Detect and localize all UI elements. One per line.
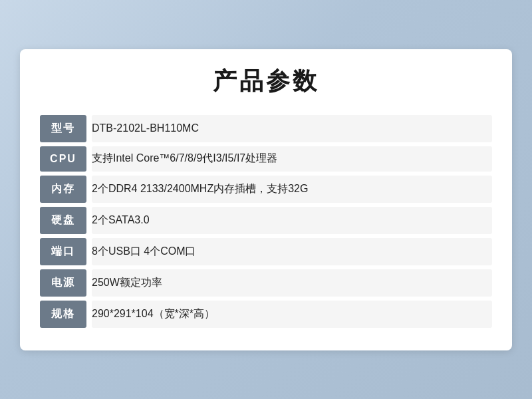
spec-table: 型号 DTB-2102L-BH110MCCPU支持Intel Core™6/7/…	[40, 111, 492, 332]
spec-label-cell: 内存	[40, 176, 86, 203]
spec-label: 型号	[40, 115, 86, 142]
table-row: 电源250W额定功率	[40, 269, 492, 297]
spec-value: 8个USB口 4个COM口	[92, 238, 492, 265]
spacer	[86, 301, 92, 328]
spacer	[86, 115, 92, 142]
spec-label-cell: 规格	[40, 301, 86, 328]
page-title: 产品参数	[40, 65, 492, 98]
table-row: 内存2个DDR4 2133/2400MHZ内存插槽，支持32G	[40, 176, 492, 203]
spec-value: 2个DDR4 2133/2400MHZ内存插槽，支持32G	[92, 176, 492, 203]
product-specs-card: 产品参数 型号 DTB-2102L-BH110MCCPU支持Intel Core…	[20, 49, 512, 350]
spacer	[86, 176, 92, 203]
table-row: CPU支持Intel Core™6/7/8/9代I3/I5/I7处理器	[40, 146, 492, 172]
spec-label-cell: CPU	[40, 146, 86, 172]
spacer	[86, 238, 92, 265]
spec-label-cell: 型号	[40, 115, 86, 142]
spec-label: 电源	[40, 269, 86, 297]
spacer	[86, 146, 92, 172]
spec-label: 硬盘	[40, 207, 86, 234]
table-row: 型号 DTB-2102L-BH110MC	[40, 115, 492, 142]
table-row: 端口8个USB口 4个COM口	[40, 238, 492, 265]
spec-value: DTB-2102L-BH110MC	[92, 115, 492, 142]
spec-value: 2个SATA3.0	[92, 207, 492, 234]
spec-label: CPU	[40, 146, 86, 172]
spec-value: 290*291*104（宽*深*高）	[92, 301, 492, 328]
table-row: 规格290*291*104（宽*深*高）	[40, 301, 492, 328]
spec-label-cell: 硬盘	[40, 207, 86, 234]
spec-label-cell: 电源	[40, 269, 86, 297]
table-row: 硬盘2个SATA3.0	[40, 207, 492, 234]
spec-label-cell: 端口	[40, 238, 86, 265]
spec-label: 规格	[40, 301, 86, 328]
spec-label: 内存	[40, 176, 86, 203]
spec-value: 支持Intel Core™6/7/8/9代I3/I5/I7处理器	[92, 146, 492, 172]
spec-value: 250W额定功率	[92, 269, 492, 297]
spacer	[86, 207, 92, 234]
spacer	[86, 269, 92, 297]
spec-label: 端口	[40, 238, 86, 265]
